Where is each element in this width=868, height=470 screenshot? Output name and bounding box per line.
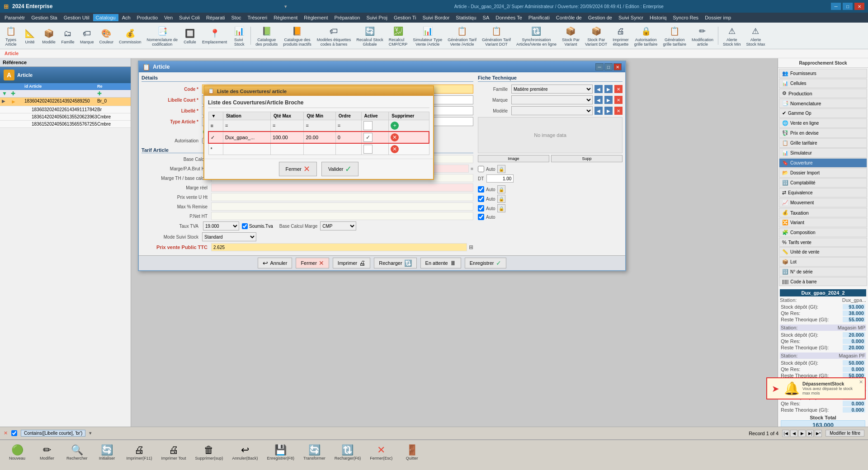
- emplacement-button[interactable]: 📍 Emplacement: [200, 26, 229, 46]
- add-row-icon[interactable]: ✚: [11, 90, 24, 97]
- alerte-stock-max-button[interactable]: ⚠ AlerteStock Max: [744, 24, 767, 48]
- expand-all-icon[interactable]: ▼: [2, 90, 11, 97]
- generation-grille-button[interactable]: 📋 Générationgrille tarifaire: [660, 24, 689, 48]
- modele-nav-btn2[interactable]: ▶: [604, 107, 613, 115]
- mouvement-button[interactable]: 📈 Mouvement: [779, 198, 867, 207]
- famille-select[interactable]: Matière première: [511, 85, 593, 94]
- fermer-esc-bottom-button[interactable]: ✕ Fermer(Esc): [367, 443, 396, 462]
- enregistrer-bottom-button[interactable]: 💾 Enregistrer(F8): [264, 443, 297, 462]
- prix-ttc-input[interactable]: [211, 243, 467, 251]
- marque-nav-btn2[interactable]: ▶: [604, 96, 613, 104]
- tarifs-vente-button[interactable]: % Tarifs vente: [779, 238, 867, 247]
- image-button[interactable]: Image: [478, 155, 549, 162]
- stock-variant-button[interactable]: 📦 Stock ParVariant: [560, 24, 582, 48]
- auto-icon-1[interactable]: 🔒: [497, 165, 505, 173]
- new-active-check[interactable]: [363, 145, 373, 154]
- maximize-button[interactable]: □: [843, 3, 853, 10]
- grille-tarifaire-button[interactable]: 📋 Grille tarifaire: [779, 138, 867, 148]
- couv-fermer-button[interactable]: Fermer ✕: [279, 162, 317, 176]
- menu-suivi-proj[interactable]: Suivi Proj: [363, 14, 390, 21]
- last-record-button[interactable]: ▶|: [807, 430, 814, 437]
- initialiser-bottom-button[interactable]: 🔄 Initialiser: [94, 443, 121, 462]
- auto-icon-3[interactable]: 🔒: [497, 195, 505, 203]
- cellule-button[interactable]: 🔲 Cellule: [181, 26, 199, 46]
- recharger-f6-bottom-button[interactable]: 🔃 Recharger(F6): [331, 443, 364, 462]
- fournisseurs-button[interactable]: 👥 Fournisseurs: [779, 69, 867, 78]
- menu-ven[interactable]: Ven: [161, 14, 175, 21]
- menu-productio[interactable]: Productio: [134, 14, 160, 21]
- menu-preparation[interactable]: Préparation: [332, 14, 363, 21]
- table-row[interactable]: 18361420240506135520623963 Cmbre: [0, 113, 131, 121]
- lot-button[interactable]: 📦 Lot: [779, 257, 867, 267]
- code-barre-button[interactable]: ||||| Code à barre: [779, 277, 867, 286]
- table-row[interactable]: 18361520240506135655767255 Cmbre: [0, 121, 131, 128]
- menu-statistiqu[interactable]: Statistiqu: [453, 14, 479, 21]
- n-serie-button[interactable]: 🔢 N° de série: [779, 267, 867, 277]
- filter-add-icon[interactable]: +: [391, 122, 399, 130]
- taux-tva-select[interactable]: 19.000: [203, 221, 239, 230]
- generation-tarif-button[interactable]: 📋 Génération TarifVente /Article: [445, 24, 479, 48]
- supp-button[interactable]: Supp: [551, 155, 623, 162]
- alerte-stock-min-button[interactable]: ⚠ AlerteStock Min: [721, 24, 743, 48]
- next-record-button[interactable]: ▶: [798, 430, 806, 437]
- close-button[interactable]: ✕: [854, 3, 864, 10]
- famille-nav-btn2[interactable]: ▶: [604, 85, 613, 93]
- menu-suivi-coli[interactable]: Suivi Coli: [176, 14, 203, 21]
- auto-checkbox-1[interactable]: [478, 166, 484, 172]
- modele-del-btn[interactable]: ✕: [614, 107, 623, 115]
- prix-ttc-expand-icon[interactable]: ⊞: [469, 244, 473, 250]
- notification-close-button[interactable]: ✕: [859, 379, 863, 385]
- variant-button[interactable]: 🔀 Variant: [779, 218, 867, 227]
- transformer-bottom-button[interactable]: 🔄 Transformer: [300, 443, 329, 462]
- add-ref-icon[interactable]: ✚: [97, 90, 129, 97]
- equivalence-button[interactable]: ⇄ Equivalence: [779, 188, 867, 197]
- comptabilite-button[interactable]: 🔢 Comptabilité: [779, 178, 867, 188]
- auto-checkbox-2[interactable]: [478, 186, 484, 193]
- en-attente-button[interactable]: En attente ⏸: [420, 258, 461, 268]
- composition-button[interactable]: 🧩 Composition: [779, 228, 867, 237]
- types-article-button[interactable]: 📋 TypesArticle: [2, 24, 20, 48]
- menu-ach[interactable]: Ach: [119, 14, 133, 21]
- unite-vente-button[interactable]: 📏 Unité de vente: [779, 247, 867, 257]
- catalogue-inactifs-button[interactable]: 📙 Catalogue desproduits inactifs: [281, 24, 314, 48]
- modif-article-button[interactable]: ✏ Modificationarticle: [689, 24, 716, 48]
- marque-select[interactable]: [511, 95, 593, 104]
- first-record-button[interactable]: |◀: [782, 430, 789, 437]
- modele-button[interactable]: 📦 Modèle: [40, 26, 58, 46]
- simulateur-button[interactable]: 📊 Simulateur: [779, 148, 867, 158]
- menu-controle[interactable]: Contrôle de: [553, 14, 585, 21]
- prix-vente-ht-input[interactable]: [211, 193, 473, 201]
- menu-dossier-imp[interactable]: Dossier imp: [702, 14, 734, 21]
- catalogue-prod-button[interactable]: 📗 Cataloguedes produits: [253, 24, 280, 48]
- menu-historiq[interactable]: Historiq: [647, 14, 669, 21]
- autorisation-grille-button[interactable]: 🔒 Autorisationgrille tarifaire: [632, 24, 660, 48]
- menu-suivi-bordor[interactable]: Suivi Bordor: [420, 14, 452, 21]
- generation-tarif-dot-button[interactable]: 📋 Génération TarifVariant DOT: [480, 24, 513, 48]
- rechercher-bottom-button[interactable]: 🔍 Rechercher: [63, 443, 91, 462]
- commission-button[interactable]: 💰 Commission: [117, 26, 144, 46]
- menu-tresoreri[interactable]: Trésoreri: [245, 14, 270, 21]
- dt-input[interactable]: [486, 174, 514, 183]
- menu-reglement2[interactable]: Règlement: [301, 14, 330, 21]
- menu-parametr[interactable]: Paramètr: [2, 14, 28, 21]
- nouveau-bottom-button[interactable]: 🟢 Nouveau: [4, 443, 31, 462]
- modifier-filtre-button[interactable]: Modifier le filtre: [826, 430, 864, 437]
- modal-close-button[interactable]: ✕: [613, 63, 622, 70]
- couverture-button[interactable]: 🔖 Couverture: [779, 158, 867, 168]
- imprimer-bottom-button[interactable]: 🖨 Imprimer(F11): [123, 443, 156, 462]
- menu-gestion-util[interactable]: Gestion Util: [61, 14, 92, 21]
- new-delete-icon[interactable]: ✕: [391, 145, 399, 153]
- marque-nav-btn[interactable]: ◀: [594, 96, 603, 104]
- modele-nav-btn[interactable]: ◀: [594, 107, 603, 115]
- menu-reparati[interactable]: Réparati: [203, 14, 228, 21]
- auto-icon-4[interactable]: 🔒: [497, 204, 505, 212]
- mode-suivi-select[interactable]: Standard: [202, 232, 256, 241]
- imprimer-modal-button[interactable]: Imprimer 🖨: [333, 258, 370, 268]
- taxation-button[interactable]: 💰 Taxation: [779, 208, 867, 217]
- couv-data-row-selected[interactable]: ✓ Dux_gpao_... 100.00 20.00 0 ✕: [208, 132, 429, 143]
- table-row[interactable]: 18360320240226143491117842 Br: [0, 106, 131, 113]
- menu-syncro-res[interactable]: Syncro Res: [670, 14, 701, 21]
- auto-checkbox-4[interactable]: [478, 205, 484, 212]
- marge-reel-input[interactable]: [211, 183, 473, 192]
- imprimer-tout-bottom-button[interactable]: 🖨 Imprimer Tout: [158, 443, 189, 462]
